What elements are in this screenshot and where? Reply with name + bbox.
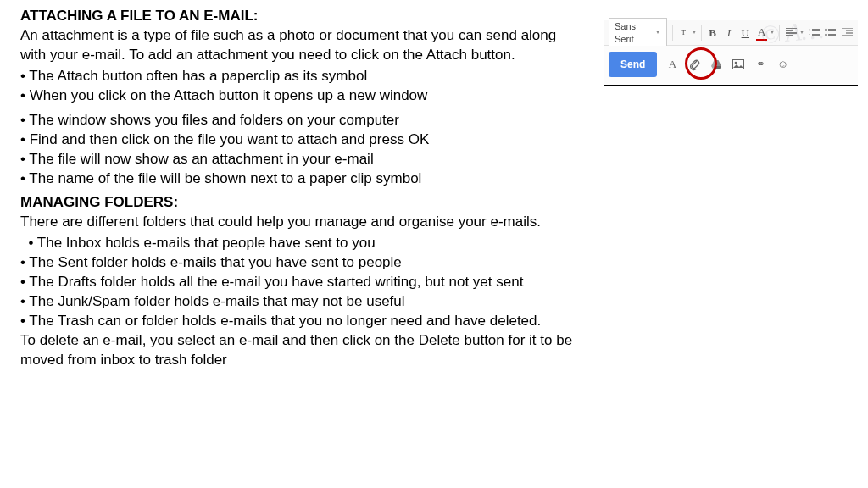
bullet-item: • The Drafts folder holds all the e-mail… (20, 273, 605, 292)
chevron-down-icon: ▾ (800, 28, 804, 37)
separator (701, 25, 702, 41)
compose-actions-row: Send A ⚭ ☺ (604, 46, 858, 83)
section-intro-folders: There are different folders that could h… (20, 213, 605, 232)
bullet-item: • Find and then click on the file you wa… (20, 130, 605, 150)
insert-link-icon[interactable]: ⚭ (754, 58, 767, 71)
attach-highlight-circle (685, 47, 717, 80)
bulleted-list-button[interactable] (825, 25, 836, 41)
bullet-item: • The window shows you files and folders… (20, 111, 605, 130)
chevron-down-icon: ▾ (771, 28, 774, 37)
underline-button[interactable]: U (740, 25, 751, 41)
align-button[interactable] (785, 25, 796, 41)
section-heading-folders: MANAGING FOLDERS: (20, 194, 178, 210)
bullet-item: • The name of the file will be shown nex… (20, 169, 605, 189)
separator (672, 25, 673, 41)
numbered-list-button[interactable]: 12 (809, 25, 820, 41)
separator (779, 25, 780, 41)
font-family-label: Sans Serif (615, 20, 653, 46)
bullets-attach-b: • The window shows you files and folders… (20, 111, 605, 189)
bullet-item: • The Inbox holds e-mails that people ha… (20, 234, 605, 253)
bullet-item: • The Attach button often has a papercli… (20, 67, 605, 86)
svg-text:2: 2 (809, 33, 810, 37)
indent-button[interactable] (842, 25, 853, 41)
bullets-folders: • The Inbox holds e-mails that people ha… (20, 234, 605, 331)
section-outro-folders: To delete an e-mail, you select an e-mai… (20, 331, 605, 370)
format-toolbar-row: Sans Serif ▾ T ▾ B I U A ▾ ▾ 12 (604, 20, 858, 46)
section-heading-attach: ATTACHING A FILE TO AN E-MAIL: (20, 8, 258, 24)
section-intro-attach: An attachment is a type of file such as … (20, 26, 571, 65)
font-size-icon[interactable]: T (677, 25, 688, 41)
text-color-button[interactable]: A (756, 25, 767, 41)
format-icon[interactable]: A (665, 58, 679, 71)
chevron-down-icon: ▾ (693, 28, 696, 37)
chevron-down-icon: ▾ (656, 28, 659, 37)
bold-button[interactable]: B (707, 25, 718, 41)
bullet-item: • The Sent folder holds e-mails that you… (20, 253, 605, 273)
italic-button[interactable]: I (723, 25, 734, 41)
bullet-item: • The file will now show as an attachmen… (20, 150, 605, 169)
bullet-item: • When you click on the Attach button it… (20, 86, 605, 106)
send-button[interactable]: Send (609, 52, 657, 77)
font-family-select[interactable]: Sans Serif ▾ (609, 18, 667, 48)
bullets-attach-a: • The Attach button often has a papercli… (20, 67, 605, 106)
svg-point-5 (735, 62, 737, 64)
insert-photo-icon[interactable] (732, 58, 745, 71)
svg-point-2 (826, 29, 827, 30)
svg-point-3 (826, 34, 827, 36)
email-toolbar-illustration: © A… Sans Serif ▾ T ▾ B I U A ▾ ▾ 12 Sen… (604, 20, 858, 86)
bullet-item: • The Junk/Spam folder holds e-mails tha… (20, 292, 605, 312)
emoji-icon[interactable]: ☺ (776, 58, 789, 71)
bullet-item: • The Trash can or folder holds e-mails … (20, 312, 605, 331)
svg-text:1: 1 (809, 28, 810, 32)
